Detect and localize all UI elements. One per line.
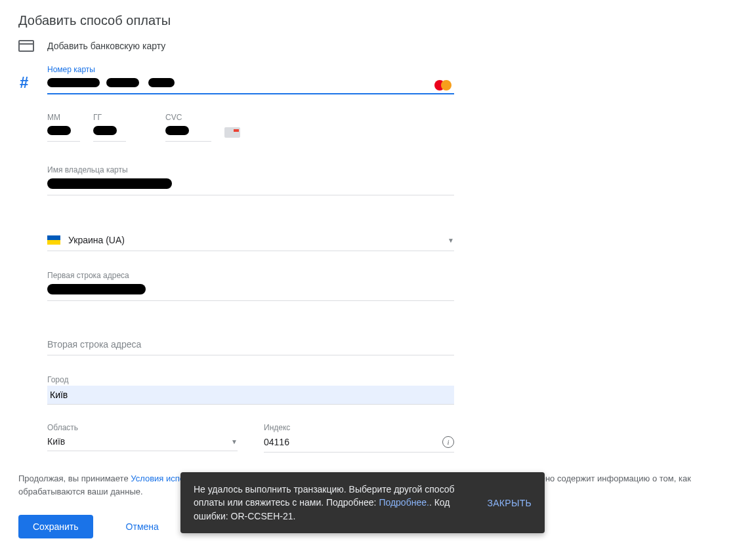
chevron-down-icon: ▼ [231, 438, 238, 445]
card-type-label: Добавить банковскую карту [47, 41, 165, 51]
toast-close-button[interactable]: ЗАКРЫТЬ [487, 498, 532, 508]
month-input[interactable] [47, 123, 80, 142]
mastercard-icon [434, 80, 452, 91]
error-toast: Не удалось выполнить транзакцию. Выберит… [180, 472, 545, 533]
address2-input[interactable]: Вторая строка адреса [47, 327, 454, 355]
credit-card-icon [18, 40, 34, 52]
index-input[interactable]: 04116 [264, 437, 442, 447]
year-input[interactable] [93, 123, 126, 142]
cvc-input[interactable] [165, 123, 211, 142]
index-label: Индекс [264, 423, 454, 432]
save-button[interactable]: Сохранить [18, 515, 93, 538]
toast-message: Не удалось выполнить транзакцию. Выберит… [194, 483, 471, 523]
cvc-label: CVC [165, 113, 211, 122]
year-label: ГГ [93, 113, 126, 122]
info-icon[interactable]: i [442, 436, 454, 448]
card-number-label: Номер карты [47, 65, 454, 74]
month-label: ММ [47, 113, 80, 122]
city-label: Город [47, 375, 454, 384]
region-select[interactable]: Київ ▼ [47, 434, 238, 451]
cardholder-input[interactable] [47, 176, 454, 195]
city-input[interactable] [47, 386, 454, 405]
flag-ukraine-icon [47, 235, 60, 245]
cancel-button[interactable]: Отмена [126, 521, 159, 532]
region-label: Область [47, 423, 238, 432]
cardholder-label: Имя владельца карты [47, 165, 454, 174]
cvc-help-icon [224, 127, 240, 138]
address1-input[interactable] [47, 281, 454, 301]
hash-icon: # [20, 73, 28, 92]
card-type-row: Добавить банковскую карту [18, 40, 738, 52]
country-value: Украина (UA) [68, 235, 448, 245]
page-title: Добавить способ оплаты [18, 13, 738, 28]
country-select[interactable]: Украина (UA) ▼ [47, 228, 454, 251]
region-value: Київ [47, 436, 231, 447]
card-number-input[interactable] [47, 75, 454, 94]
toast-details-link[interactable]: Подробнее. [379, 497, 429, 508]
chevron-down-icon: ▼ [448, 237, 454, 244]
address1-label: Первая строка адреса [47, 271, 454, 280]
